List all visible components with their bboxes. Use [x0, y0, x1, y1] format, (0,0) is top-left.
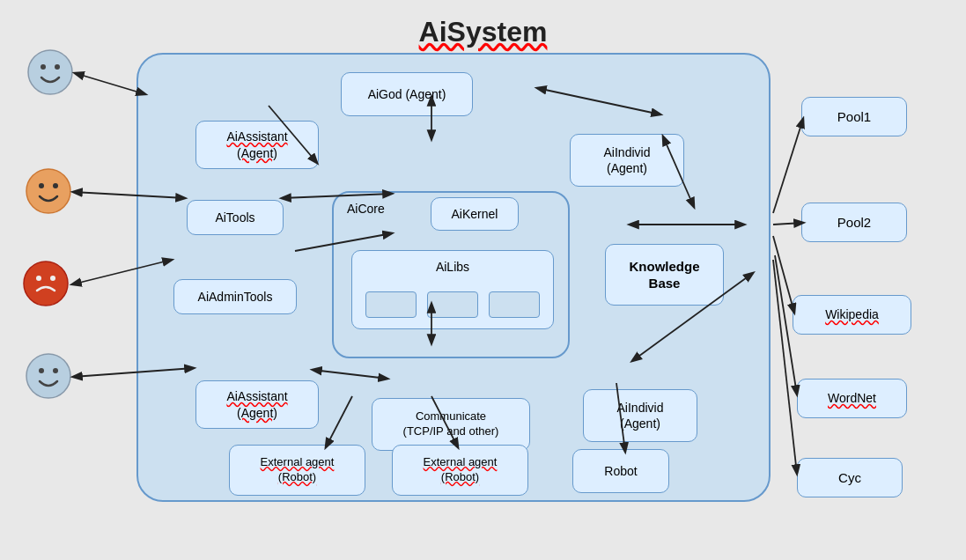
svg-point-11	[53, 368, 58, 373]
cyc-node: Cyc	[797, 458, 903, 497]
ai-libs-label: AiLibs	[352, 260, 553, 274]
ai-admin-tools-node: AiAdminTools	[173, 279, 297, 314]
svg-point-3	[26, 169, 70, 213]
svg-point-9	[26, 354, 70, 398]
svg-point-6	[24, 262, 68, 306]
svg-point-4	[39, 183, 44, 188]
smiley-red	[22, 260, 70, 308]
ai-libs-box: AiLibs	[351, 250, 554, 329]
ai-tools-node: AiTools	[187, 200, 284, 235]
lib-box-1	[365, 291, 417, 318]
wordnet-node: WordNet	[797, 379, 907, 418]
svg-line-12	[75, 73, 145, 94]
ai-system-box: AiGod (Agent) AiAssistant (Agent) AiIndi…	[136, 53, 771, 502]
svg-line-28	[773, 119, 803, 213]
pool1-node: Pool1	[801, 97, 907, 136]
smiley-orange-top	[25, 167, 73, 216]
ai-individ-top-node: AiIndivid (Agent)	[570, 134, 684, 187]
wikipedia-node: Wikipedia	[793, 295, 911, 335]
svg-point-10	[39, 368, 44, 373]
ai-core-label: AiCore	[347, 202, 385, 216]
svg-point-7	[36, 276, 41, 281]
svg-line-32	[773, 260, 797, 474]
lib-box-2	[427, 291, 478, 318]
communicate-node: Communicate (TCP/IP and other)	[372, 398, 530, 451]
ai-individ-bottom-node: AiIndivid (Agent)	[583, 389, 697, 442]
smiley-blue-bottom	[25, 352, 73, 401]
robot-node: Robot	[572, 449, 669, 493]
pool2-node: Pool2	[801, 203, 907, 242]
ai-kernel-node: AiKernel	[431, 197, 519, 231]
svg-line-29	[773, 223, 803, 225]
svg-point-1	[41, 64, 46, 70]
svg-point-8	[50, 276, 55, 281]
svg-point-5	[53, 183, 58, 188]
diagram-container: AiSystem AiGod (Agent) AiAssistant (Agen…	[0, 0, 966, 560]
svg-point-2	[55, 64, 60, 70]
ai-assistant-top-node: AiAssistant (Agent)	[195, 121, 319, 169]
knowledge-base-node: Knowledge Base	[605, 244, 724, 306]
external-agent-1-node: External agent (Robot)	[229, 445, 365, 496]
svg-line-30	[773, 236, 794, 313]
smiley-blue-top	[26, 48, 75, 97]
lib-box-3	[489, 291, 540, 318]
ai-core-box: AiCore AiKernel AiLibs	[332, 191, 570, 358]
svg-point-0	[28, 50, 72, 94]
diagram-title: AiSystem	[419, 16, 548, 48]
ai-assistant-bottom-node: AiAssistant (Agent)	[195, 380, 319, 429]
ai-god-node: AiGod (Agent)	[341, 72, 473, 116]
external-agent-2-node: External agent (Robot)	[392, 445, 528, 496]
